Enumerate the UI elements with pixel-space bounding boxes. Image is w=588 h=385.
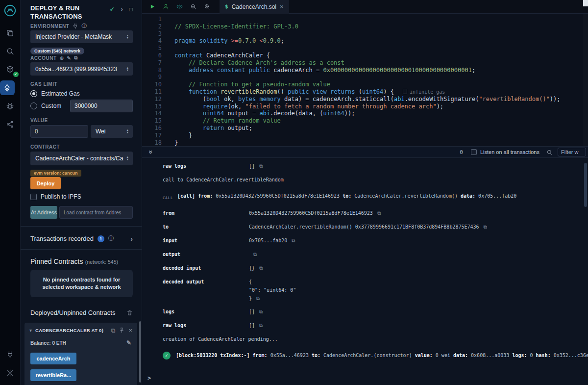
run-script-icon[interactable] [149, 3, 155, 10]
tab-close-icon[interactable]: × [280, 3, 284, 10]
code-line: // Function to get a pseudo-random value [174, 81, 561, 88]
tab-cadencearch[interactable]: $ CadenceArch.sol × [220, 0, 289, 14]
terminal-call-entry[interactable]: CALL[call] from: 0x55a1320D432759960C5Df… [163, 191, 588, 203]
network-badge: Custom (545) network [30, 48, 84, 54]
terminal-kv-row: input0x705...fab20⧉ [163, 236, 588, 245]
pin-panel-icon[interactable]: □ [129, 6, 133, 13]
chevron-down-icon[interactable]: ▾ [29, 328, 32, 333]
copy-icon[interactable]: ⧉ [377, 210, 381, 216]
chevron-right-icon[interactable]: › [130, 235, 133, 243]
solidity-compiler-icon[interactable]: ✓ [0, 60, 21, 78]
zoom-in-icon[interactable] [204, 3, 210, 10]
account-label: ACCOUNT ⊕ ✎ ⧉ [30, 55, 133, 61]
copy-icon[interactable]: ⧉ [259, 309, 263, 314]
line-number: 8 [142, 67, 162, 74]
terminal-key: from [163, 209, 249, 218]
terminal-value: ⧉ [249, 250, 257, 259]
terminal-value: {}⧉ [249, 264, 263, 273]
select-caret-icon: ▲▼ [126, 34, 129, 39]
code-editor[interactable]: 123456789101112131415161718 // SPDX-Lice… [142, 14, 588, 146]
account-select[interactable]: 0x55a...46923 (999.999945323 ▲▼ [30, 62, 133, 76]
copy-icon[interactable]: ⧉ [484, 224, 487, 230]
search-icon[interactable] [0, 42, 21, 60]
info-icon[interactable]: ⓘ [108, 234, 114, 243]
terminal[interactable]: > raw logs[]⧉call to CadenceArchCaler.re… [142, 158, 588, 385]
custom-gas-input[interactable] [70, 100, 133, 112]
value-input[interactable] [30, 125, 88, 138]
close-icon[interactable]: × [128, 327, 132, 334]
code-line: } [174, 132, 561, 139]
remix-logo[interactable] [3, 4, 17, 17]
line-number: 7 [142, 59, 162, 67]
copy-icon[interactable]: ⧉ [253, 252, 257, 257]
copy-icon[interactable]: ⧉ [259, 323, 263, 328]
settings-icon[interactable] [0, 364, 21, 382]
pinned-contracts-header: Pinned Contracts (network: 545) [30, 257, 133, 266]
file-explorer-icon[interactable] [0, 24, 21, 42]
environment-select[interactable]: Injected Provider - MetaMask ▲▼ [30, 30, 133, 43]
transactions-count-badge: 1 [98, 235, 104, 242]
contract-card-header[interactable]: ▾ CADENCEARCHCALER AT 0) ⧉ × [24, 323, 137, 338]
zoom-out-icon[interactable] [190, 3, 196, 10]
publish-ipfs-checkbox[interactable] [30, 194, 37, 200]
plug-icon[interactable] [72, 23, 78, 29]
call-tag: CALL [163, 191, 177, 203]
copy-icon[interactable]: ⧉ [111, 327, 116, 334]
copy-icon[interactable]: ⧉ [292, 238, 295, 243]
custom-gas-radio[interactable] [30, 103, 37, 109]
code-line [174, 16, 561, 23]
collapse-terminal-icon[interactable]: « [147, 150, 153, 154]
line-number: 4 [142, 37, 162, 45]
success-check-icon: ✓ [163, 352, 171, 359]
deploy-run-icon[interactable] [0, 80, 15, 95]
terminal-search-icon[interactable] [546, 149, 553, 155]
editor-gutter: 123456789101112131415161718 [142, 16, 170, 146]
editor-scrollbar-thumb[interactable] [583, 0, 588, 6]
terminal-tx-success-entry[interactable]: ✓[block:5033220 txIndex:-] from: 0x55a..… [163, 351, 588, 360]
sign-message-icon[interactable]: ✎ [67, 55, 71, 61]
chevron-right-icon[interactable]: › [121, 6, 123, 13]
terminal-filter-input[interactable] [558, 148, 586, 156]
terminal-value: []⧉ [249, 321, 263, 330]
trash-icon[interactable] [126, 309, 133, 316]
gas-custom-option: Custom [30, 100, 133, 112]
plugin-manager-icon[interactable] [0, 346, 21, 364]
deploy-button[interactable]: Deploy [30, 177, 61, 189]
info-icon[interactable]: ⓘ [81, 23, 87, 29]
listen-all-checkbox[interactable] [471, 149, 477, 155]
network-badge-wrap: Custom (545) network [30, 46, 133, 54]
contract-select[interactable]: CadenceArchCaler - contracts/Cac ▲▼ [30, 152, 133, 165]
line-number: 6 [142, 52, 162, 59]
contract-fn-buttons: cadenceArchrevertibleRa... [24, 353, 137, 381]
preview-toggle-icon[interactable] [176, 3, 183, 10]
editor-scrollbar-track[interactable] [583, 14, 588, 146]
fn-button-revertiblera[interactable]: revertibleRa... [30, 369, 76, 381]
at-address-button[interactable]: At Address [30, 206, 57, 219]
deployed-contract-card: ▾ CADENCEARCHCALER AT 0) ⧉ × Balance: 0 … [24, 323, 137, 385]
solidity-unit-testing-icon[interactable] [0, 115, 21, 133]
add-account-icon[interactable]: ⊕ [60, 55, 64, 61]
publish-icon[interactable] [163, 3, 169, 10]
terminal-scrollbar[interactable] [584, 163, 587, 207]
terminal-value: CadenceArchCaler.revertibleRandom() 0x37… [249, 223, 487, 231]
debugger-icon[interactable] [0, 97, 21, 115]
edit-balance-icon[interactable]: ✎ [126, 339, 131, 346]
fn-button-cadencearch[interactable]: cadenceArch [30, 353, 76, 364]
at-address-input[interactable] [59, 206, 133, 219]
terminal-key: decoded output [163, 278, 249, 303]
editor-toolbar: $ CadenceArch.sol × [142, 0, 588, 14]
panel-header: DEPLOY & RUN TRANSACTIONS ✓ › □ [30, 4, 133, 21]
transactions-recorded-row[interactable]: Transactions recorded 1 ⓘ › [30, 234, 133, 243]
terminal-prompt: > [147, 375, 151, 382]
copy-icon[interactable]: ⧉ [256, 296, 260, 301]
copy-icon[interactable]: ⧉ [259, 265, 263, 271]
terminal-key: output [163, 250, 249, 259]
sidebar-scrollbar[interactable] [139, 321, 141, 383]
value-unit-select[interactable]: Wei ▲▼ [91, 125, 133, 138]
pin-icon[interactable] [119, 327, 125, 334]
copy-account-icon[interactable]: ⧉ [74, 55, 78, 61]
estimated-gas-radio[interactable] [30, 90, 37, 97]
line-number: 14 [142, 110, 162, 117]
terminal-header: « 0 Listen on all transactions [142, 146, 588, 158]
copy-icon[interactable]: ⧉ [259, 163, 263, 169]
